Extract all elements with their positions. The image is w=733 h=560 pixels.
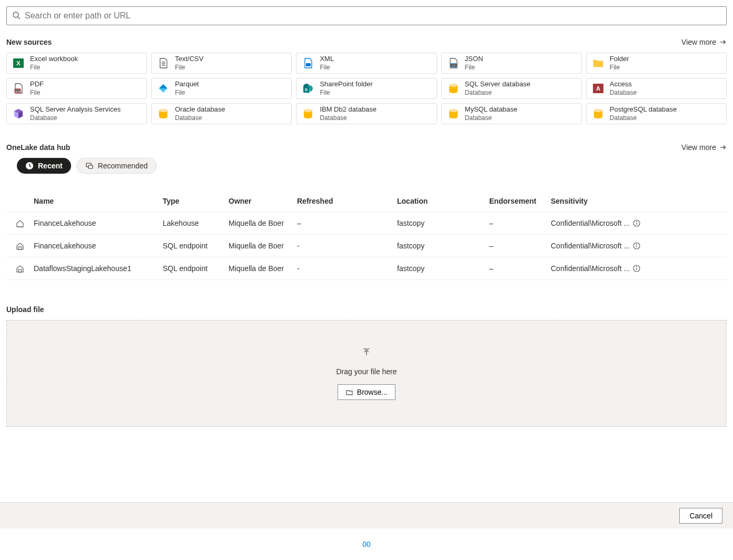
- svg-point-28: [449, 109, 458, 112]
- col-type: Type: [163, 197, 229, 205]
- svg-line-1: [18, 17, 20, 19]
- parquet-icon: [157, 82, 170, 95]
- col-location: Location: [397, 197, 489, 205]
- recommended-icon: [85, 162, 94, 170]
- svg-rect-42: [18, 269, 22, 272]
- onelake-heading: OneLake data hub: [6, 143, 70, 152]
- source-oracle[interactable]: Oracle databaseDatabase: [151, 103, 292, 124]
- source-db2[interactable]: IBM Db2 databaseDatabase: [296, 103, 437, 124]
- database-icon: [447, 107, 460, 120]
- svg-point-24: [159, 109, 167, 112]
- source-json[interactable]: JSON JSONFile: [441, 53, 582, 74]
- source-parquet[interactable]: ParquetFile: [151, 78, 292, 99]
- upload-text: Drag your file here: [336, 367, 397, 376]
- svg-point-41: [637, 244, 637, 245]
- info-icon[interactable]: [633, 242, 640, 249]
- source-excel-workbook[interactable]: X Excel workbookFile: [6, 53, 147, 74]
- footer-bar: Cancel: [0, 502, 733, 528]
- database-icon: [592, 107, 605, 120]
- source-text-csv[interactable]: Text/CSVFile: [151, 53, 292, 74]
- onelake-table: Name Type Owner Refreshed Location Endor…: [6, 191, 727, 280]
- source-pdf[interactable]: PDF PDFFile: [6, 78, 147, 99]
- svg-text:JSON: JSON: [450, 64, 457, 67]
- tab-recent[interactable]: Recent: [17, 158, 71, 174]
- arrow-right-icon: [719, 38, 727, 46]
- table-row[interactable]: FinanceLakehouse SQL endpoint Miquella d…: [6, 235, 727, 257]
- upload-heading: Upload file: [6, 305, 727, 314]
- sources-grid: X Excel workbookFile Text/CSVFile <> XML…: [6, 53, 727, 124]
- view-more-sources[interactable]: View more: [681, 38, 727, 46]
- arrow-right-icon: [719, 144, 727, 151]
- source-sharepoint-folder[interactable]: S SharePoint folderFile: [296, 78, 437, 99]
- svg-rect-34: [88, 165, 93, 168]
- svg-rect-38: [18, 247, 22, 249]
- info-icon[interactable]: [633, 265, 640, 272]
- cube-icon: [12, 107, 25, 120]
- svg-point-26: [304, 109, 312, 112]
- source-sql-server[interactable]: SQL Server databaseDatabase: [441, 78, 582, 99]
- upload-dropzone[interactable]: Drag your file here Browse...: [6, 320, 727, 427]
- svg-point-45: [637, 267, 637, 267]
- col-endorsement: Endorsement: [489, 197, 551, 205]
- table-header: Name Type Owner Refreshed Location Endor…: [6, 191, 727, 212]
- svg-point-37: [637, 222, 637, 222]
- cancel-button[interactable]: Cancel: [679, 508, 722, 524]
- source-folder[interactable]: FolderFile: [586, 53, 727, 74]
- access-icon: A: [592, 82, 605, 95]
- clock-icon: [25, 162, 34, 170]
- search-icon: [12, 11, 21, 21]
- col-sensitivity: Sensitivity: [551, 197, 646, 205]
- browse-button[interactable]: Browse...: [338, 384, 395, 400]
- text-file-icon: [157, 57, 170, 69]
- database-icon: [447, 82, 460, 95]
- database-icon: [302, 107, 314, 120]
- tab-recommended[interactable]: Recommended: [76, 158, 157, 174]
- col-owner: Owner: [229, 197, 297, 205]
- svg-text:X: X: [16, 60, 21, 66]
- source-xml[interactable]: <> XMLFile: [296, 53, 437, 74]
- sharepoint-icon: S: [302, 82, 314, 95]
- excel-icon: X: [12, 57, 25, 69]
- lakehouse-icon: [6, 218, 34, 228]
- endpoint-icon: [6, 241, 34, 251]
- svg-text:<>: <>: [307, 63, 310, 66]
- folder-icon: [592, 57, 605, 69]
- svg-text:A: A: [596, 85, 600, 92]
- svg-text:PDF: PDF: [15, 89, 21, 92]
- endpoint-icon: [6, 264, 34, 273]
- svg-text:S: S: [305, 87, 308, 92]
- col-name: Name: [34, 197, 163, 205]
- source-mysql[interactable]: MySQL databaseDatabase: [441, 103, 582, 124]
- info-icon[interactable]: [633, 219, 640, 227]
- new-sources-heading: New sources: [6, 38, 52, 46]
- col-refreshed: Refreshed: [297, 197, 397, 205]
- search-input[interactable]: [25, 11, 721, 21]
- svg-point-30: [594, 109, 602, 112]
- database-icon: [157, 107, 170, 120]
- source-postgresql[interactable]: PostgreSQL databaseDatabase: [586, 103, 727, 124]
- view-more-onelake[interactable]: View more: [681, 143, 727, 152]
- json-icon: JSON: [447, 57, 460, 69]
- svg-point-20: [449, 84, 458, 87]
- pdf-icon: PDF: [12, 82, 25, 95]
- folder-icon: [345, 388, 353, 396]
- page-number: 00: [362, 540, 371, 548]
- upload-icon: [361, 347, 372, 359]
- search-bar[interactable]: [6, 6, 727, 25]
- table-row[interactable]: DataflowsStagingLakehouse1 SQL endpoint …: [6, 257, 727, 280]
- table-row[interactable]: FinanceLakehouse Lakehouse Miquella de B…: [6, 212, 727, 235]
- source-ssas[interactable]: SQL Server Analysis ServicesDatabase: [6, 103, 147, 124]
- source-access[interactable]: A AccessDatabase: [586, 78, 727, 99]
- xml-icon: <>: [302, 57, 314, 69]
- svg-point-0: [13, 12, 18, 17]
